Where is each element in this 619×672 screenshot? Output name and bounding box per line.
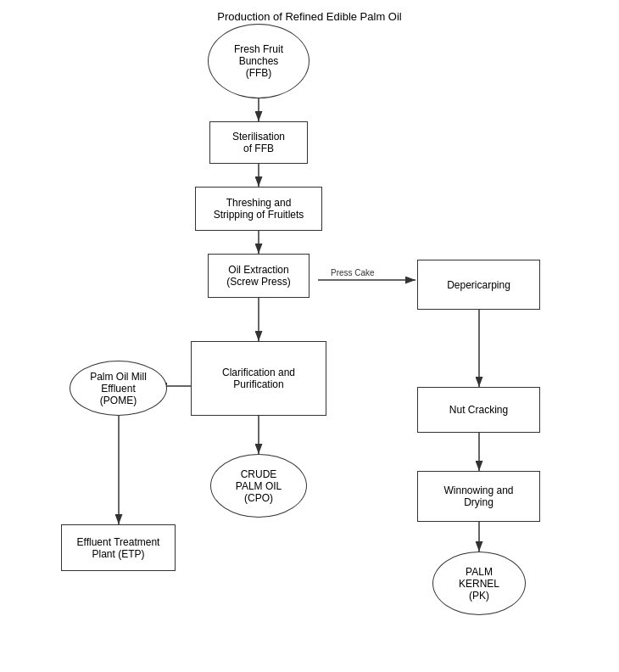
clarification-node: Clarification and Purification [191,341,326,416]
threshing-node: Threshing and Stripping of Fruitlets [195,187,322,231]
depericarping-node: Depericarping [417,260,540,310]
nut-cracking-node: Nut Cracking [417,387,540,433]
pome-node: Palm Oil Mill Effluent (POME) [70,361,167,416]
diagram-title: Production of Refined Edible Palm Oil [0,0,619,23]
effluent-node: Effluent Treatment Plant (ETP) [61,524,176,571]
palm-kernel-node: PALM KERNEL (PK) [432,552,526,615]
ffb-node: Fresh Fruit Bunches (FFB) [208,24,310,98]
diagram-container: Production of Refined Edible Palm Oil [0,0,619,672]
winnowing-node: Winnowing and Drying [417,471,540,522]
crude-palm-oil-node: CRUDE PALM OIL (CPO) [210,454,307,518]
sterilisation-node: Sterilisation of FFB [209,121,308,164]
oil-extraction-node: Oil Extraction (Screw Press) [208,254,310,298]
arrows-overlay [0,0,619,672]
press-cake-label: Press Cake [331,268,375,277]
